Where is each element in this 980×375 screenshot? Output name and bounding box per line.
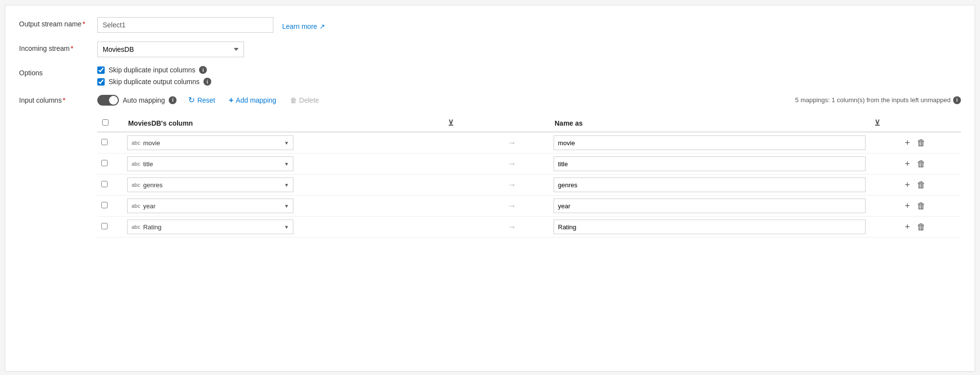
- delete-row-button[interactable]: 🗑: [916, 200, 927, 212]
- skip-duplicate-output-label: Skip duplicate output columns: [109, 78, 200, 86]
- arrow-cell: →: [473, 175, 550, 196]
- source-dropdown-arrow[interactable]: ▼: [284, 224, 289, 230]
- name-as-input[interactable]: [554, 135, 866, 150]
- external-link-icon: ↗: [319, 22, 325, 30]
- source-dropdown-arrow[interactable]: ▼: [284, 161, 289, 167]
- mapping-arrow: →: [477, 180, 546, 190]
- mapping-toolbar: Auto mapping i ↻ Reset + Add mapping 🗑 D…: [97, 94, 961, 106]
- name-as-cell: [550, 175, 869, 196]
- name-as-cell: [550, 196, 869, 217]
- name-as-cell: [550, 217, 869, 238]
- row-checkbox-cell: [97, 154, 123, 175]
- row-checkbox[interactable]: [101, 139, 108, 145]
- delete-row-button[interactable]: 🗑: [916, 179, 927, 191]
- row-actions-cell: + 🗑: [900, 217, 961, 238]
- name-as-input[interactable]: [554, 220, 866, 234]
- add-row-button[interactable]: +: [904, 200, 911, 212]
- row-checkbox[interactable]: [101, 223, 108, 229]
- source-dropdown-arrow[interactable]: ▼: [284, 203, 289, 209]
- abc-badge: abc: [132, 140, 140, 146]
- add-row-button[interactable]: +: [904, 221, 911, 233]
- source-field-value: genres: [143, 181, 163, 189]
- source-field-select[interactable]: abc genres ▼: [127, 177, 293, 192]
- learn-more-link[interactable]: Learn more ↗: [282, 20, 325, 30]
- table-row: abc title ▼ → + 🗑: [97, 154, 961, 175]
- input-columns-label: Input columns*: [19, 94, 97, 104]
- source-field-select[interactable]: abc Rating ▼: [127, 220, 293, 234]
- source-cell: abc title ▼: [123, 154, 443, 175]
- source-field-select[interactable]: abc movie ▼: [127, 135, 293, 150]
- output-stream-label: Output stream name*: [19, 17, 97, 28]
- source-dropdown-arrow[interactable]: ▼: [284, 182, 289, 188]
- delete-button[interactable]: 🗑 Delete: [288, 95, 321, 105]
- delete-icon: 🗑: [290, 96, 297, 104]
- table-row: abc Rating ▼ → + 🗑: [97, 217, 961, 238]
- source-field-select[interactable]: abc year ▼: [127, 199, 293, 213]
- name-as-cell: [550, 154, 869, 175]
- incoming-stream-select[interactable]: MoviesDB: [97, 42, 244, 57]
- abc-badge: abc: [132, 161, 140, 167]
- row-actions-cell: + 🗑: [900, 196, 961, 217]
- reset-button[interactable]: ↻ Reset: [186, 94, 217, 106]
- add-mapping-button[interactable]: + Add mapping: [227, 95, 278, 106]
- skip-duplicate-input-label: Skip duplicate input columns: [109, 66, 195, 74]
- source-field-value: Rating: [143, 223, 162, 231]
- row-checkbox-cell: [97, 175, 123, 196]
- mapping-arrow: →: [477, 159, 546, 169]
- skip-duplicate-output-info-icon[interactable]: i: [203, 78, 211, 86]
- abc-badge: abc: [132, 182, 140, 188]
- abc-badge: abc: [132, 203, 140, 209]
- row-checkbox-cell: [97, 196, 123, 217]
- delete-row-button[interactable]: 🗑: [916, 221, 927, 233]
- select-all-checkbox[interactable]: [102, 119, 109, 126]
- arrow-cell: →: [473, 217, 550, 238]
- incoming-stream-row: Incoming stream* MoviesDB: [19, 42, 961, 57]
- auto-mapping-info-icon[interactable]: i: [169, 96, 177, 104]
- add-row-button[interactable]: +: [904, 158, 911, 170]
- skip-duplicate-input-row: Skip duplicate input columns i: [97, 66, 961, 74]
- skip-duplicate-input-info-icon[interactable]: i: [199, 66, 207, 74]
- mappings-info: 5 mappings: 1 column(s) from the inputs …: [795, 96, 961, 104]
- input-columns-row: Input columns* Auto mapping i ↻ Reset: [19, 94, 961, 238]
- add-row-button[interactable]: +: [904, 137, 911, 149]
- name-filter-header: ⊻: [869, 114, 900, 132]
- mappings-info-icon[interactable]: i: [953, 96, 961, 104]
- source-filter-icon[interactable]: ⊻: [448, 119, 454, 127]
- auto-mapping-toggle[interactable]: [97, 95, 119, 106]
- arrow-cell: →: [473, 196, 550, 217]
- add-row-button[interactable]: +: [904, 179, 911, 191]
- table-row: abc genres ▼ → + 🗑: [97, 175, 961, 196]
- source-field-select[interactable]: abc title ▼: [127, 156, 293, 171]
- name-filter-icon[interactable]: ⊻: [874, 119, 880, 127]
- options-row: Options Skip duplicate input columns i S…: [19, 66, 961, 86]
- row-checkbox[interactable]: [101, 160, 108, 166]
- delete-row-button[interactable]: 🗑: [916, 158, 927, 170]
- source-field-value: movie: [143, 139, 160, 147]
- row-actions-cell: + 🗑: [900, 154, 961, 175]
- source-dropdown-arrow[interactable]: ▼: [284, 140, 289, 146]
- row-actions-cell: + 🗑: [900, 175, 961, 196]
- row-checkbox[interactable]: [101, 181, 108, 187]
- options-label: Options: [19, 66, 97, 77]
- row-checkbox-cell: [97, 217, 123, 238]
- name-as-cell: [550, 132, 869, 154]
- source-filter-header: ⊻: [443, 114, 473, 132]
- source-field-value: title: [143, 160, 153, 168]
- row-checkbox[interactable]: [101, 202, 108, 208]
- skip-duplicate-output-checkbox[interactable]: [97, 78, 105, 86]
- mappings-table: MoviesDB's column ⊻ Name as ⊻: [97, 114, 961, 238]
- output-stream-input[interactable]: [97, 17, 273, 33]
- name-as-input[interactable]: [554, 156, 866, 171]
- auto-mapping-toggle-container: Auto mapping i: [97, 95, 177, 106]
- arrow-cell: →: [473, 154, 550, 175]
- abc-badge: abc: [132, 224, 140, 230]
- skip-duplicate-input-checkbox[interactable]: [97, 66, 105, 74]
- delete-row-button[interactable]: 🗑: [916, 137, 927, 149]
- row-actions-cell: + 🗑: [900, 132, 961, 154]
- source-cell: abc genres ▼: [123, 175, 443, 196]
- name-as-input[interactable]: [554, 177, 866, 192]
- source-cell: abc movie ▼: [123, 132, 443, 154]
- main-container: Output stream name* Learn more ↗ Incomin…: [5, 5, 975, 372]
- name-as-input[interactable]: [554, 199, 866, 213]
- skip-duplicate-output-row: Skip duplicate output columns i: [97, 78, 961, 86]
